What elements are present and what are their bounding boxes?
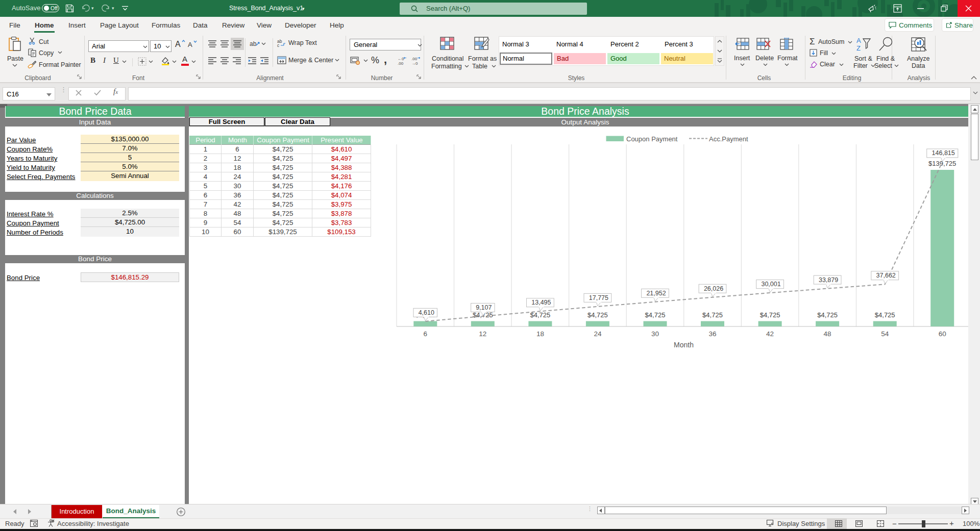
svg-text:Z: Z xyxy=(856,44,861,52)
svg-text:Month: Month xyxy=(674,341,694,349)
svg-text:$4,725: $4,725 xyxy=(875,311,895,319)
svg-text:33,879: 33,879 xyxy=(819,276,838,284)
svg-text:30,001: 30,001 xyxy=(761,281,780,288)
svg-text:Coupon Payment: Coupon Payment xyxy=(626,135,678,143)
svg-text:.00: .00 xyxy=(411,57,418,61)
svg-text:ab: ab xyxy=(250,40,257,47)
svg-text:Acc.Payment: Acc.Payment xyxy=(709,135,748,143)
svg-text:$4,725: $4,725 xyxy=(760,311,780,319)
svg-text:30: 30 xyxy=(651,330,659,338)
svg-text:$4,725: $4,725 xyxy=(587,311,608,319)
svg-text:48: 48 xyxy=(824,330,831,338)
svg-text:←0: ←0 xyxy=(398,57,404,61)
svg-text:146,815: 146,815 xyxy=(932,149,955,157)
svg-text:$4,725: $4,725 xyxy=(817,311,838,319)
svg-text:A: A xyxy=(856,37,861,44)
svg-text:36: 36 xyxy=(708,330,716,338)
svg-text:42: 42 xyxy=(766,330,774,338)
svg-text:12: 12 xyxy=(479,330,486,338)
svg-text:→0: →0 xyxy=(411,61,418,65)
svg-text:54: 54 xyxy=(881,330,889,338)
svg-text:.00: .00 xyxy=(398,61,404,65)
svg-text:21,952: 21,952 xyxy=(646,290,666,297)
svg-text:60: 60 xyxy=(939,330,946,338)
svg-text:9,107: 9,107 xyxy=(476,304,492,311)
svg-text:17,775: 17,775 xyxy=(589,294,608,301)
svg-text:$4,725: $4,725 xyxy=(702,311,723,319)
svg-text:13,495: 13,495 xyxy=(531,299,551,306)
svg-text:6: 6 xyxy=(424,330,428,338)
svg-text:4,610: 4,610 xyxy=(419,309,434,316)
svg-text:24: 24 xyxy=(594,330,602,338)
svg-text:26,026: 26,026 xyxy=(704,285,723,292)
svg-text:$4,725: $4,725 xyxy=(645,311,666,319)
svg-text:18: 18 xyxy=(536,330,544,338)
svg-text:37,662: 37,662 xyxy=(876,272,896,279)
